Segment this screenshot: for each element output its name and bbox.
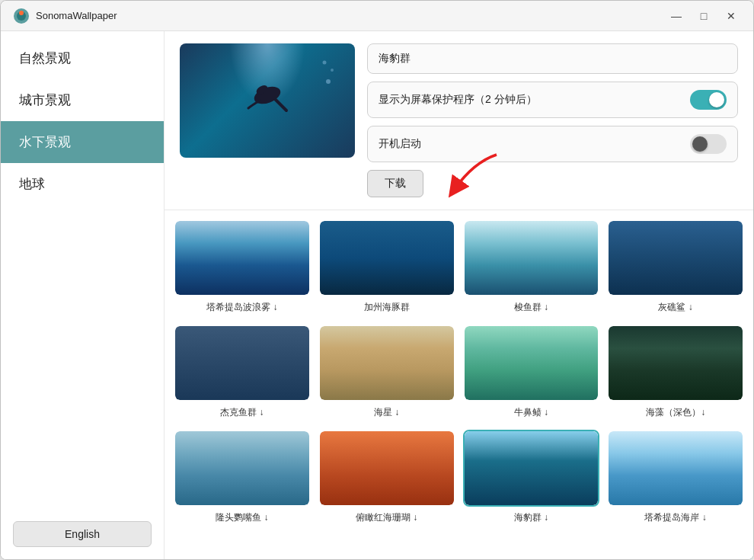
gallery-thumb <box>607 219 744 296</box>
language-button[interactable]: English <box>13 521 152 547</box>
gallery-thumb <box>463 430 600 507</box>
main-content: 自然景观 城市景观 水下景观 地球 English <box>1 31 753 559</box>
gallery-item[interactable]: 梭鱼群 ↓ <box>463 219 600 314</box>
gallery-label: 塔希提岛海岸 ↓ <box>644 511 706 524</box>
gallery-label: 梭鱼群 ↓ <box>514 301 548 314</box>
gallery-item[interactable]: 灰礁鲨 ↓ <box>607 219 744 314</box>
gallery-thumb <box>463 219 600 296</box>
wallpaper-title: 海豹群 <box>379 52 727 66</box>
sidebar-item-nature[interactable]: 自然景观 <box>1 37 164 79</box>
maximize-button[interactable]: □ <box>694 6 714 26</box>
gallery-label: 海豹群 ↓ <box>514 511 548 524</box>
sidebar: 自然景观 城市景观 水下景观 地球 English <box>1 31 165 559</box>
startup-toggle-knob <box>692 136 708 152</box>
gallery-label: 杰克鱼群 ↓ <box>220 406 264 419</box>
gallery-thumb <box>463 325 600 402</box>
app-logo <box>13 8 30 24</box>
gallery-label: 牛鼻鲼 ↓ <box>514 406 548 419</box>
gallery-label: 俯瞰红海珊瑚 ↓ <box>356 511 417 524</box>
gallery-label: 海星 ↓ <box>374 406 399 419</box>
gallery-item[interactable]: 塔希提岛波浪雾 ↓ <box>174 219 311 314</box>
svg-point-2 <box>19 11 24 15</box>
gallery-label: 海藻（深色）↓ <box>646 406 705 419</box>
screensaver-toggle-knob <box>709 92 724 107</box>
title-bar: SonomaWallpaper — □ ✕ <box>1 1 753 31</box>
gallery-scroll[interactable]: 塔希提岛波浪雾 ↓加州海豚群梭鱼群 ↓灰礁鲨 ↓杰克鱼群 ↓海星 ↓牛鼻鲼 ↓海… <box>165 210 753 559</box>
close-button[interactable]: ✕ <box>721 6 741 26</box>
gallery-thumb <box>607 325 744 402</box>
startup-toggle[interactable] <box>690 134 727 154</box>
bubbles <box>317 51 340 89</box>
gallery-label: 加州海豚群 <box>364 301 410 314</box>
gallery-item[interactable]: 杰克鱼群 ↓ <box>174 325 311 419</box>
gallery-thumb <box>174 325 311 402</box>
gallery-thumb <box>318 325 455 402</box>
red-arrow-annotation <box>413 147 512 208</box>
gallery-grid: 塔希提岛波浪雾 ↓加州海豚群梭鱼群 ↓灰礁鲨 ↓杰克鱼群 ↓海星 ↓牛鼻鲼 ↓海… <box>174 219 744 533</box>
seal-silhouette <box>233 69 302 122</box>
gallery-thumb <box>174 219 311 296</box>
screensaver-label: 显示为屏幕保护程序（2 分钟后） <box>379 93 690 107</box>
app-window: SonomaWallpaper — □ ✕ 自然景观 城市景观 水下景观 地球 … <box>0 0 754 560</box>
svg-point-7 <box>323 61 327 65</box>
top-panel: 海豹群 显示为屏幕保护程序（2 分钟后） 开机启动 <box>165 31 753 210</box>
gallery-item[interactable]: 海星 ↓ <box>318 325 455 419</box>
gallery-item[interactable]: 牛鼻鲼 ↓ <box>463 325 600 419</box>
gallery-label: 灰礁鲨 ↓ <box>658 301 692 314</box>
minimize-button[interactable]: — <box>666 6 686 26</box>
gallery-label: 隆头鹦嘴鱼 ↓ <box>216 511 268 524</box>
top-controls: 海豹群 显示为屏幕保护程序（2 分钟后） 开机启动 <box>367 43 738 197</box>
window-title: SonomaWallpaper <box>36 10 666 21</box>
screensaver-toggle[interactable] <box>690 90 727 110</box>
screensaver-row: 显示为屏幕保护程序（2 分钟后） <box>367 82 738 118</box>
gallery-item[interactable]: 俯瞰红海珊瑚 ↓ <box>318 430 455 524</box>
svg-point-5 <box>326 79 331 84</box>
gallery-item[interactable]: 海豹群 ↓ <box>463 430 600 524</box>
gallery-label: 塔希提岛波浪雾 ↓ <box>206 301 277 314</box>
gallery-thumb <box>318 219 455 296</box>
sidebar-item-underwater[interactable]: 水下景观 <box>1 121 164 163</box>
gallery-item[interactable]: 海藻（深色）↓ <box>607 325 744 419</box>
gallery-item[interactable]: 隆头鹦嘴鱼 ↓ <box>174 430 311 524</box>
svg-point-6 <box>331 69 334 72</box>
gallery-item[interactable]: 加州海豚群 <box>318 219 455 314</box>
gallery-item[interactable]: 塔希提岛海岸 ↓ <box>607 430 744 524</box>
title-row: 海豹群 <box>367 43 738 74</box>
content-area: 海豹群 显示为屏幕保护程序（2 分钟后） 开机启动 <box>165 31 753 559</box>
gallery-thumb <box>174 430 311 507</box>
gallery-thumb <box>318 430 455 507</box>
gallery-thumb <box>607 430 744 507</box>
sidebar-item-city[interactable]: 城市景观 <box>1 79 164 121</box>
window-controls: — □ ✕ <box>666 6 741 26</box>
sidebar-item-earth[interactable]: 地球 <box>1 163 164 205</box>
preview-image <box>180 43 355 158</box>
